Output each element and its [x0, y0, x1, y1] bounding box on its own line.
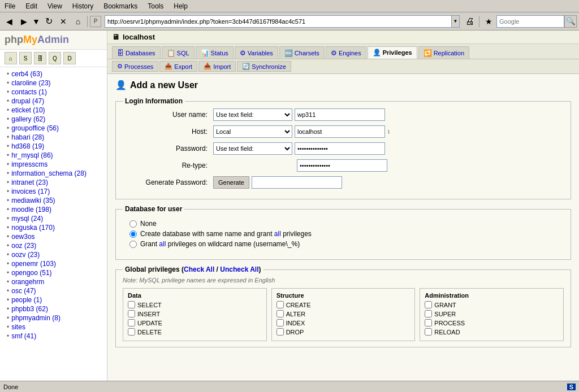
priv-grant: GRANT	[425, 301, 559, 308]
checkbox-create[interactable]	[276, 301, 284, 308]
list-item[interactable]: noguska (170)	[0, 223, 107, 232]
all-link-create[interactable]: all	[274, 230, 281, 238]
tab-engines[interactable]: ⚙Engines	[326, 46, 366, 59]
address-bar-wrap: ▼	[105, 15, 460, 28]
search-button[interactable]: 🔍	[564, 15, 577, 28]
nav-dropdown-button[interactable]: ▼	[32, 15, 41, 28]
tab-charsets[interactable]: 🔤Charsets	[279, 46, 325, 59]
list-item[interactable]: people (1)	[0, 295, 107, 304]
list-item[interactable]: eticket (10)	[0, 106, 107, 115]
forward-button[interactable]: ▶	[17, 15, 31, 28]
menu-bookmarks[interactable]: Bookmarks	[101, 2, 140, 11]
menu-tools[interactable]: Tools	[145, 2, 166, 11]
list-item[interactable]: oew3os	[0, 232, 107, 241]
tab-processes[interactable]: ⚙Processes	[112, 61, 158, 72]
tab-replication[interactable]: 🔁Replication	[418, 46, 469, 59]
radio-create-input[interactable]	[129, 230, 137, 238]
checkbox-process[interactable]	[425, 319, 432, 326]
list-item[interactable]: sites	[0, 323, 107, 332]
home-button[interactable]: ⌂	[71, 15, 85, 28]
menu-file[interactable]: File	[2, 2, 18, 11]
list-item[interactable]: hd368 (19)	[0, 142, 107, 151]
tab-privileges[interactable]: 👤Privileges	[368, 46, 417, 59]
list-item[interactable]: cerb4 (63)	[0, 69, 107, 79]
menu-view[interactable]: View	[45, 2, 64, 11]
menu-help[interactable]: Help	[171, 2, 190, 11]
checkbox-delete[interactable]	[128, 328, 135, 336]
checkbox-drop[interactable]	[276, 328, 284, 336]
uncheck-all-link[interactable]: Uncheck All	[220, 265, 258, 273]
radio-none-input[interactable]	[129, 220, 137, 228]
list-item[interactable]: habari (28)	[0, 133, 107, 142]
list-item[interactable]: drupal (47)	[0, 97, 107, 106]
host-input[interactable]	[295, 125, 385, 138]
print-button[interactable]: 🖨	[463, 15, 477, 28]
list-item[interactable]: gallery (62)	[0, 115, 107, 124]
list-item[interactable]: groupoffice (56)	[0, 124, 107, 133]
list-item[interactable]: osc (47)	[0, 286, 107, 295]
list-item[interactable]: mediawiki (35)	[0, 196, 107, 205]
checkbox-select[interactable]	[128, 301, 135, 308]
tab-status[interactable]: 📊Status	[196, 46, 234, 59]
list-item[interactable]: openemr (103)	[0, 259, 107, 268]
address-input[interactable]	[105, 15, 452, 28]
tab-synchronize[interactable]: 🔄Synchronize	[237, 61, 291, 72]
password-type-select[interactable]: Use text field:	[213, 142, 292, 155]
list-item[interactable]: information_schema (28)	[0, 169, 107, 178]
tab-variables[interactable]: ⚙Variables	[235, 46, 278, 59]
list-item[interactable]: ooz (23)	[0, 241, 107, 250]
tab-import[interactable]: 📥Import	[198, 61, 236, 72]
checkbox-index[interactable]	[276, 319, 284, 326]
generate-controls: Generate	[213, 176, 342, 189]
password-controls: Use text field:	[213, 142, 385, 155]
tab-export[interactable]: 📤Export	[159, 61, 197, 72]
username-input[interactable]	[295, 108, 385, 121]
all-link-wildcard[interactable]: all	[159, 240, 166, 248]
password-input[interactable]	[295, 142, 385, 155]
sidebar-icon-db[interactable]: 🗄	[34, 52, 46, 64]
refresh-button[interactable]: ↻	[42, 15, 55, 28]
list-item[interactable]: oozv (23)	[0, 250, 107, 259]
address-dropdown-button[interactable]: ▼	[452, 15, 460, 28]
checkbox-insert[interactable]	[128, 310, 135, 317]
menu-history[interactable]: History	[70, 2, 96, 11]
checkbox-reload[interactable]	[425, 328, 432, 336]
tab-sql[interactable]: 📋SQL	[162, 46, 195, 59]
list-item[interactable]: mysql (24)	[0, 214, 107, 223]
list-item[interactable]: phpbb3 (62)	[0, 304, 107, 313]
search-input[interactable]	[496, 15, 564, 28]
sidebar-icon-query[interactable]: Q	[49, 52, 61, 64]
list-item[interactable]: hr_mysql (86)	[0, 151, 107, 160]
check-all-link[interactable]: Check All	[184, 265, 214, 273]
sidebar-icon-design[interactable]: D	[63, 52, 76, 64]
host-type-select[interactable]: Local	[213, 125, 292, 138]
list-item[interactable]: smf (41)	[0, 332, 107, 341]
list-item[interactable]: phpmyadmin (8)	[0, 313, 107, 323]
list-item[interactable]: claroline (23)	[0, 79, 107, 88]
generate-output[interactable]	[252, 176, 342, 189]
list-item[interactable]: opengoo (51)	[0, 268, 107, 277]
checkbox-super[interactable]	[425, 310, 432, 317]
checkbox-alter[interactable]	[276, 310, 284, 317]
list-item[interactable]: contacts (1)	[0, 88, 107, 97]
list-item[interactable]: intranet (23)	[0, 178, 107, 187]
sidebar: phpMyAdmin ⌂ S 🗄 Q D cerb4 (63) clarolin…	[0, 31, 107, 381]
tab-databases[interactable]: 🗄Databases	[112, 46, 161, 59]
username-type-select[interactable]: Use text field:	[213, 108, 292, 121]
sidebar-icon-sql[interactable]: S	[19, 52, 32, 64]
menu-edit[interactable]: Edit	[23, 2, 40, 11]
generate-button[interactable]: Generate	[213, 176, 249, 189]
checkbox-update[interactable]	[128, 319, 135, 326]
list-item[interactable]: invoices (17)	[0, 187, 107, 196]
back-button[interactable]: ◀	[2, 15, 16, 28]
stop-button[interactable]: ✕	[57, 15, 70, 28]
checkbox-grant[interactable]	[425, 301, 432, 308]
radio-wildcard-input[interactable]	[129, 241, 137, 248]
retype-input[interactable]	[297, 159, 387, 172]
page-content: 👤 Add a new User Login Information User …	[107, 74, 579, 381]
sidebar-icon-home[interactable]: ⌂	[5, 52, 17, 64]
list-item[interactable]: orangehrm	[0, 277, 107, 286]
list-item[interactable]: moodle (198)	[0, 205, 107, 214]
list-item[interactable]: impresscms	[0, 160, 107, 169]
bookmark-button[interactable]: ★	[482, 15, 495, 28]
